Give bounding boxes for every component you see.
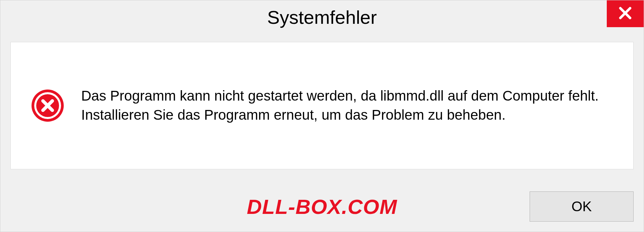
error-dialog: Systemfehler Das Programm kann nicht ges…: [0, 0, 644, 232]
dialog-title: Systemfehler: [267, 6, 377, 28]
close-icon: [617, 5, 634, 23]
close-button[interactable]: [607, 0, 644, 27]
title-bar: Systemfehler: [0, 0, 644, 34]
error-icon: [31, 89, 64, 122]
watermark-text: DLL-BOX.COM: [247, 195, 397, 219]
content-panel: Das Programm kann nicht gestartet werden…: [10, 42, 634, 169]
error-message: Das Programm kann nicht gestartet werden…: [81, 86, 604, 124]
ok-button[interactable]: OK: [530, 191, 634, 222]
dialog-footer: DLL-BOX.COM OK: [0, 191, 644, 222]
